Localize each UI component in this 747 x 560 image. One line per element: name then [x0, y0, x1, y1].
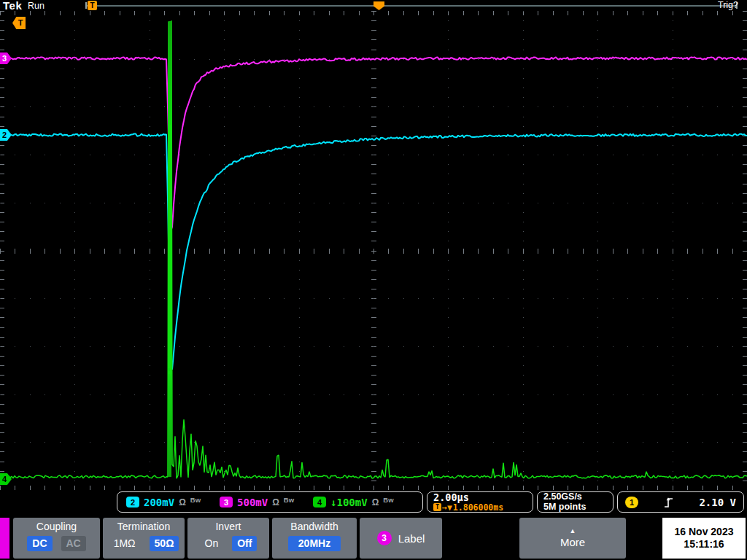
more-button[interactable]: ▲ More [519, 518, 626, 559]
tek-logo: Tek [3, 0, 22, 12]
ch4-bandwidth-indicator: Bw [383, 496, 393, 504]
timebase-value: 2.00µs [433, 493, 469, 502]
acquisition-status: Run [28, 1, 44, 11]
coupling-button[interactable]: Coupling DC AC [13, 518, 100, 559]
invert-button[interactable]: Invert On Off [187, 518, 269, 559]
bandwidth-label: Bandwidth [272, 521, 357, 532]
ch3-bandwidth-indicator: Bw [284, 496, 294, 504]
trigger-position-marker[interactable] [374, 1, 384, 10]
soft-menu-bar: Coupling DC AC Termination 1MΩ 50Ω Inver… [0, 516, 747, 560]
record-view-strip [86, 5, 737, 7]
ch4-trace [0, 20, 747, 479]
ch2-scale: 200mV [144, 497, 174, 508]
horizontal-readout[interactable]: 2.00µs T→▼1.806000ms [427, 491, 533, 513]
record-length: 5M points [543, 502, 586, 512]
label-button[interactable]: 3 Label [360, 518, 442, 559]
ch3-scale: 500mV [237, 497, 268, 508]
ch3-impedance: Ω [272, 497, 279, 508]
more-button-text: More [560, 536, 585, 548]
ch4-impedance: Ω [372, 497, 379, 508]
coupling-ac-option[interactable]: AC [61, 536, 86, 551]
graticule: T 3 2 4 [0, 11, 747, 490]
coupling-label: Coupling [13, 521, 100, 532]
ch2-bandwidth-indicator: Bw [190, 496, 201, 504]
delay-value: 1.806000ms [453, 503, 503, 512]
trigger-level-value: 2.10 V [699, 497, 736, 508]
label-button-text: Label [398, 532, 425, 545]
termination-50-option[interactable]: 50Ω [150, 536, 179, 551]
ch3-badge: 3 [220, 497, 233, 508]
ch2-trace [0, 134, 747, 370]
vertical-readouts[interactable]: 2 200mV Ω Bw 3 500mV Ω Bw 4 ↓100mV Ω Bw [117, 491, 423, 513]
top-status-bar: Tek Run T Trig? [0, 0, 747, 11]
oscilloscope-screen: Tek Run T Trig? T 3 2 4 2 200mV Ω [0, 0, 747, 560]
date-time-display[interactable]: 16 Nov 2023 15:11:16 [662, 518, 746, 559]
ch3-menu-color-tab [0, 518, 9, 559]
trigger-source-badge: 1 [625, 497, 638, 508]
time-text: 15:11:16 [684, 539, 724, 550]
acquisition-readout[interactable]: 2.50GS/s 5M points [537, 491, 614, 513]
label-channel-badge: 3 [377, 531, 392, 545]
sample-rate: 2.50GS/s [543, 492, 582, 502]
delay-arrows: →▼ [442, 503, 452, 512]
invert-label: Invert [187, 521, 269, 532]
ch4-badge: 4 [313, 497, 326, 508]
coupling-dc-option[interactable]: DC [27, 536, 52, 551]
termination-button[interactable]: Termination 1MΩ 50Ω [103, 518, 185, 559]
readout-bar: 2 200mV Ω Bw 3 500mV Ω Bw 4 ↓100mV Ω Bw … [0, 490, 747, 516]
invert-off-option[interactable]: Off [232, 536, 257, 551]
bandwidth-button[interactable]: Bandwidth 20MHz [272, 518, 357, 559]
trigger-status-indicator: Trig? [713, 0, 743, 10]
more-up-arrow-icon: ▲ [570, 528, 576, 534]
termination-1m-option[interactable]: 1MΩ [109, 536, 141, 551]
bandwidth-value-option[interactable]: 20MHz [288, 536, 341, 551]
termination-label: Termination [103, 521, 185, 532]
record-trigger-chip[interactable]: T [88, 1, 97, 10]
record-view-left-cap [85, 2, 87, 9]
trigger-slope-icon [663, 496, 674, 509]
delay-t-chip: T [433, 503, 441, 511]
ch4-scale: ↓100mV [330, 497, 368, 508]
date-text: 16 Nov 2023 [675, 526, 734, 537]
waveform-canvas [0, 11, 747, 490]
trigger-readout[interactable]: 1 2.10 V [617, 491, 744, 513]
ch2-impedance: Ω [179, 497, 186, 508]
trigger-delay-readout: T→▼1.806000ms [433, 503, 503, 512]
ch3-trace [0, 57, 747, 231]
invert-on-option[interactable]: On [200, 536, 224, 551]
ch2-badge: 2 [126, 497, 139, 508]
